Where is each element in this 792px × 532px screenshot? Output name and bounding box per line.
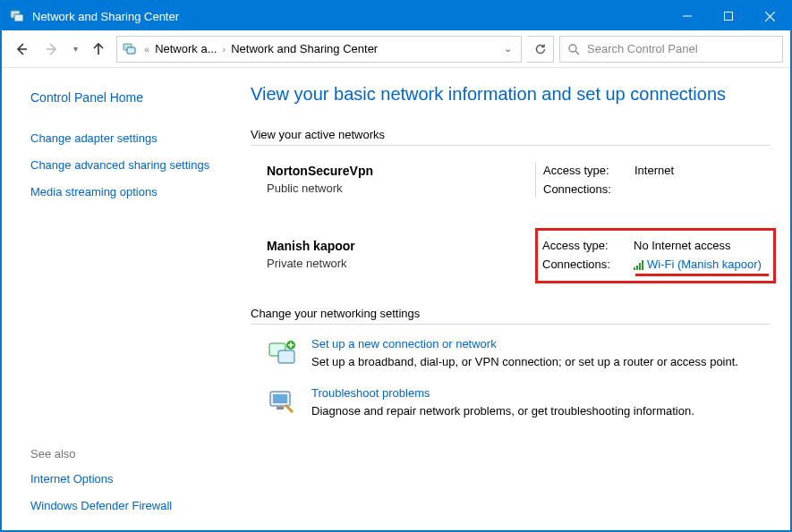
network-row: NortonSecureVpn Public network Access ty… xyxy=(267,155,771,207)
connections-label: Connections: xyxy=(542,258,634,271)
annotation-underline xyxy=(635,274,769,276)
network-name: NortonSecureVpn xyxy=(267,164,535,178)
wifi-connection-link[interactable]: Wi-Fi (Manish kapoor) xyxy=(647,258,762,271)
app-icon xyxy=(9,8,25,24)
section-divider xyxy=(251,324,771,325)
troubleshoot-desc: Diagnose and repair network problems, or… xyxy=(311,403,771,419)
forward-button[interactable] xyxy=(39,37,64,62)
breadcrumb-segment-1[interactable]: Network a... xyxy=(155,42,217,55)
internet-options-link[interactable]: Internet Options xyxy=(30,471,220,487)
svg-point-11 xyxy=(569,45,576,52)
connections-label: Connections: xyxy=(543,182,634,196)
window-title: Network and Sharing Center xyxy=(32,10,179,23)
network-type: Private network xyxy=(267,257,535,270)
svg-rect-3 xyxy=(725,13,733,21)
up-button[interactable] xyxy=(86,37,111,62)
access-type-value: Internet xyxy=(634,164,771,177)
vertical-divider xyxy=(535,162,536,198)
access-type-label: Access type: xyxy=(542,239,634,252)
search-box[interactable] xyxy=(559,36,783,63)
section-divider xyxy=(251,145,771,146)
titlebar: Network and Sharing Center xyxy=(2,2,790,30)
new-connection-icon xyxy=(267,337,299,369)
troubleshoot-icon xyxy=(267,386,299,418)
refresh-button[interactable] xyxy=(527,36,554,63)
close-button[interactable] xyxy=(749,2,790,30)
active-networks-header: View your active networks xyxy=(251,128,771,141)
page-title: View your basic network information and … xyxy=(251,84,771,105)
svg-rect-14 xyxy=(278,350,294,363)
svg-rect-17 xyxy=(273,394,287,403)
access-type-value: No Internet access xyxy=(634,239,771,252)
search-icon xyxy=(567,43,580,55)
change-settings-header: Change your networking settings xyxy=(251,307,771,320)
address-dropdown-button[interactable]: ⌄ xyxy=(498,43,517,55)
media-streaming-options-link[interactable]: Media streaming options xyxy=(30,184,220,200)
breadcrumb-truncated-indicator[interactable]: « xyxy=(142,44,151,55)
setting-item: Troubleshoot problems Diagnose and repai… xyxy=(267,386,771,419)
main-pane: View your basic network information and … xyxy=(234,68,790,530)
change-advanced-sharing-link[interactable]: Change advanced sharing settings xyxy=(30,157,220,173)
svg-rect-1 xyxy=(14,14,23,21)
network-type: Public network xyxy=(267,182,535,195)
setup-connection-desc: Set up a broadband, dial-up, or VPN conn… xyxy=(311,354,771,370)
wifi-signal-icon xyxy=(634,259,643,270)
maximize-button[interactable] xyxy=(708,2,749,30)
troubleshoot-link[interactable]: Troubleshoot problems xyxy=(311,386,771,400)
svg-line-12 xyxy=(575,51,579,55)
svg-rect-18 xyxy=(277,407,284,410)
windows-defender-firewall-link[interactable]: Windows Defender Firewall xyxy=(30,498,220,514)
chevron-right-icon: › xyxy=(220,44,227,55)
nav-toolbar: ▾ « Network a... › Network and Sharing C… xyxy=(2,30,790,68)
breadcrumb-segment-2[interactable]: Network and Sharing Center xyxy=(231,42,378,55)
see-also-label: See also xyxy=(30,447,220,460)
search-input[interactable] xyxy=(585,41,775,56)
sidebar: Control Panel Home Change adapter settin… xyxy=(2,68,234,530)
network-name: Manish kapoor xyxy=(267,239,535,253)
svg-rect-10 xyxy=(127,47,135,54)
change-adapter-settings-link[interactable]: Change adapter settings xyxy=(30,131,220,147)
address-bar[interactable]: « Network a... › Network and Sharing Cen… xyxy=(116,36,522,63)
minimize-button[interactable] xyxy=(667,2,708,30)
location-icon xyxy=(121,40,139,58)
back-button[interactable] xyxy=(9,37,34,62)
access-type-label: Access type: xyxy=(543,164,634,177)
network-row: Manish kapoor Private network Access typ… xyxy=(267,230,771,282)
control-panel-home-link[interactable]: Control Panel Home xyxy=(30,89,220,107)
setting-item: Set up a new connection or network Set u… xyxy=(267,337,771,370)
recent-locations-button[interactable]: ▾ xyxy=(70,44,81,54)
setup-connection-link[interactable]: Set up a new connection or network xyxy=(311,337,771,350)
